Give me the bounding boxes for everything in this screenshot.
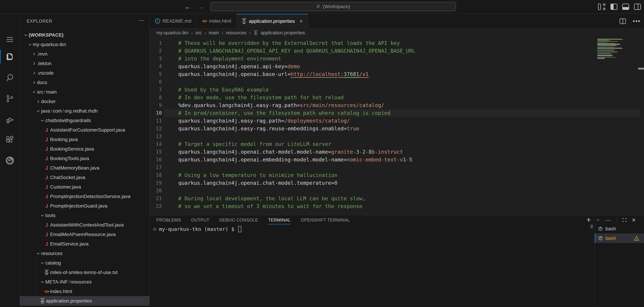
breadcrumb-item[interactable]: src [196, 30, 202, 35]
line-number: 3 [150, 55, 162, 62]
explorer-more-actions-icon[interactable]: ⋯ [138, 17, 144, 24]
code-editor[interactable]: 1# These will be overridden by the Exter… [150, 37, 644, 215]
editor-actions: ••• [620, 14, 640, 28]
panel-tab-output[interactable]: OUTPUT [191, 215, 209, 225]
maximize-panel-icon[interactable] [622, 218, 627, 222]
minimap[interactable] [597, 38, 628, 59]
tree-item-bookingservice-java[interactable]: JBookingService.java [20, 144, 150, 154]
navigate-forward-icon[interactable]: → [196, 3, 205, 10]
activity-run-debug-icon[interactable] [0, 112, 20, 127]
tree-item-src-main[interactable]: src/main [20, 87, 150, 97]
breadcrumb-item[interactable]: resources [226, 30, 246, 35]
line-number: 20 [150, 187, 162, 195]
workspace-search-input[interactable]: (Workspace) [210, 2, 456, 11]
breadcrumb: my-quarkus-tkn›src›main›resources›applic… [150, 28, 644, 37]
tree-item-chatbotwithguardrails[interactable]: chatbotwithguardrails [20, 116, 150, 125]
panel-tab-problems[interactable]: PROBLEMS [156, 215, 181, 225]
activity-extensions-icon[interactable] [0, 132, 20, 148]
tree-item-chatmemorybean-java[interactable]: JChatMemoryBean.java [20, 163, 150, 173]
command-decoration-icon[interactable] [153, 228, 156, 231]
code-token: quarkus.langchain4j.openai.base-url= [178, 71, 290, 77]
activity-search-icon[interactable] [0, 70, 20, 85]
tree-item-booking-java[interactable]: JBooking.java [20, 135, 150, 144]
editor-line-21: 21# During local development, the local … [150, 195, 644, 202]
tree-item-emailmeapoemresource-java[interactable]: JEmailMeAPoemResource.java [20, 230, 150, 239]
tree-item--workspace-[interactable]: (WORKSPACE) [20, 30, 150, 40]
terminal-list-sash[interactable] [594, 215, 594, 307]
tree-item-index-html[interactable]: <>index.html [20, 287, 150, 296]
close-tab-icon[interactable]: × [300, 18, 303, 24]
panel-tab-openshift-terminal[interactable]: OPENSHIFT TERMINAL [301, 215, 350, 225]
toggle-panel-icon[interactable] [622, 4, 629, 10]
line-number: 13 [150, 132, 162, 140]
tree-item-catalog[interactable]: catalog [20, 258, 150, 268]
activity-explorer-icon[interactable] [0, 49, 20, 64]
tree-item-resources[interactable]: resources [20, 249, 150, 258]
tree-item-promptinjectionguard-java[interactable]: JPromptInjectionGuard.java [20, 201, 150, 211]
panel-more-actions-icon[interactable]: ⋯ [605, 217, 612, 224]
terminal-instance-2[interactable]: $_bash [595, 234, 644, 243]
tab-index-html[interactable]: <>index.html [197, 14, 237, 28]
tree-item-docker[interactable]: docker [20, 97, 150, 106]
panel-tab-terminal[interactable]: TERMINAL [268, 215, 290, 225]
code-token: 8 [369, 149, 372, 155]
navigate-back-icon[interactable]: ← [184, 3, 192, 10]
tab-application-properties[interactable]: application.properties× [237, 14, 308, 28]
tree-item-java-com-org-redhat-rhdh[interactable]: java/com/org.redhat.rhdh [20, 106, 150, 116]
path-separator: / [68, 279, 70, 285]
tree-item-docs[interactable]: docs [20, 78, 150, 87]
terminal-profile-chevron-icon[interactable] [596, 218, 600, 222]
tree-item-label: com [53, 108, 62, 114]
tree-item-label: chatbotwithguardrails [45, 118, 91, 123]
tree-item-bookingtools-java[interactable]: JBookingTools.java [20, 154, 150, 163]
java-file-icon: J [45, 146, 48, 152]
terminal-instances-list: $_bash$_bash [595, 224, 644, 243]
activity-menu-icon[interactable] [0, 32, 20, 47]
editor-line-10: 10# In prod/container, use the filesyste… [150, 109, 644, 117]
line-content: # Target a specific model from our LiteL… [162, 140, 331, 148]
tab-readme-md[interactable]: iREADME.md [150, 14, 197, 28]
line-content: # QUARKUS_LANGCHAIN4J_OPENAI_API_KEY and… [162, 47, 416, 55]
terminal-instance-1[interactable]: $_bash [595, 224, 644, 234]
chevron-down-icon [31, 90, 37, 94]
breadcrumb-item[interactable]: main [209, 30, 219, 35]
scrollbar-marker[interactable] [638, 68, 644, 70]
editor-more-actions-icon[interactable]: ••• [633, 18, 640, 24]
toggle-sidebar-icon[interactable] [610, 4, 618, 10]
code-token: quarkus.langchain4j.easy-rag.reuse-embed… [178, 126, 347, 132]
breadcrumb-item[interactable]: my-quarkus-tkn [156, 30, 188, 35]
line-number: 2 [150, 47, 162, 55]
toggle-secondary-sidebar-icon[interactable] [634, 4, 641, 10]
tree-item-promptinjectiondetectionservice-java[interactable]: JPromptInjectionDetectionService.java [20, 192, 150, 201]
tree-item-label: index.html [50, 289, 72, 294]
tree-item--mvn[interactable]: .mvn [20, 49, 150, 59]
tree-item-customer-java[interactable]: JCustomer.java [20, 182, 150, 192]
tree-item-miles-of-smiles-terms-of-use-txt[interactable]: miles-of-smiles-terms-of-use.txt [20, 268, 150, 277]
tree-item--vscode[interactable]: .vscode [20, 68, 150, 78]
tree-item-my-quarkus-tkn[interactable]: my-quarkus-tkn [20, 40, 150, 49]
customize-layout-icon[interactable] [598, 3, 606, 10]
code-token: quarkus.langchain4j.openai.embedding-mod… [178, 157, 347, 163]
search-icon [316, 4, 321, 9]
tree-item-application-properties[interactable]: application.properties [20, 296, 150, 306]
close-panel-icon[interactable]: × [632, 216, 636, 224]
tree-item-chatsocket-java[interactable]: JChatSocket.java [20, 173, 150, 182]
tree-item--tekton[interactable]: .tekton [20, 59, 150, 68]
code-token: # QUARKUS_LANGCHAIN4J_OPENAI_API_KEY and… [178, 48, 416, 54]
panel-tab-debug-console[interactable]: DEBUG CONSOLE [220, 215, 258, 225]
terminal-prompt-line[interactable]: my-quarkus-tkn (master) $ [153, 226, 241, 232]
tree-item-tools[interactable]: tools [20, 211, 150, 220]
tree-item-label: .tekton [37, 61, 52, 66]
tree-item-assistantforcustomersupport-java[interactable]: JAssistantForCustomerSupport.java [20, 125, 150, 135]
tree-item-meta-inf-resources[interactable]: META-INF/resources [20, 277, 150, 287]
activity-openshift-icon[interactable] [0, 153, 20, 168]
tree-item-assistantwithcontextandtool-java[interactable]: JAssistantWithContextAndTool.java [20, 220, 150, 230]
tree-item-emailservice-java[interactable]: JEmailService.java [20, 239, 150, 249]
code-token: nomic-embed-text-v [347, 157, 403, 163]
chevron-down-icon [27, 42, 33, 47]
split-editor-icon[interactable] [620, 18, 626, 24]
terminal-scrollbar-thumb[interactable] [590, 225, 593, 228]
breadcrumb-file[interactable]: application.properties [261, 30, 305, 35]
activity-source-control-icon[interactable] [0, 91, 20, 106]
tree-item-label: BookingTools.java [50, 156, 89, 161]
